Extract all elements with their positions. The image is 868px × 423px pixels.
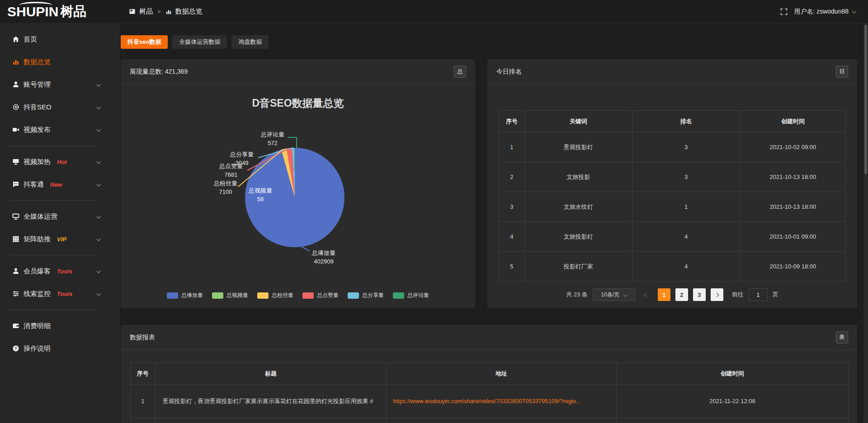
tab-inquiry-data[interactable]: 询盘数据	[231, 35, 269, 49]
sidebar-divider	[8, 255, 99, 255]
legend-item-fans[interactable]: 总粉丝量	[257, 291, 293, 299]
app-logo[interactable]: SHUPIN 树品	[0, 0, 120, 24]
chevron-down-icon	[852, 9, 856, 14]
chevron-down-icon	[96, 82, 101, 86]
sidebar-item-member-baoke[interactable]: 会员爆客 Tools	[0, 260, 120, 282]
chevron-down-icon	[96, 127, 101, 132]
new-badge: New	[50, 181, 62, 188]
page-button-1[interactable]: 1	[658, 288, 670, 301]
fullscreen-icon[interactable]	[780, 8, 788, 15]
sidebar-item-matrix-boost[interactable]: 矩阵助推 VIP	[0, 228, 120, 250]
legend-item-likes[interactable]: 总点赞量	[302, 291, 339, 299]
sidebar-divider	[8, 146, 99, 146]
cell-time: 2021-10-13 18:00	[740, 162, 845, 192]
chevron-down-icon	[96, 268, 101, 273]
scrollbar-thumb[interactable]	[864, 25, 867, 174]
tools-badge: Tools	[57, 268, 72, 275]
legend-swatch	[212, 292, 223, 299]
sidebar-item-label: 线索监控	[24, 290, 51, 298]
page-button-2[interactable]: 2	[675, 288, 688, 301]
top-bar: SHUPIN 树品 树品 > 数据总览 用户名: zswodun88	[0, 0, 868, 24]
chevron-down-icon	[96, 104, 101, 109]
pie-label-likes: 总点赞量7681	[215, 162, 247, 179]
page-button-3[interactable]: 3	[693, 288, 706, 301]
report-panel-header: 数据报表 表	[121, 325, 857, 350]
prev-page-button[interactable]	[640, 288, 653, 301]
svg-text:?: ?	[14, 346, 17, 351]
total-count: 共 23 条	[566, 291, 588, 299]
cell-keyword: 文旅投影灯	[524, 222, 632, 252]
sidebar-item-data-overview[interactable]: 数据总览	[0, 51, 120, 73]
page-scrollbar[interactable]	[863, 24, 868, 423]
sidebar: 首页 数据总览 账号管理 抖音SEO 视频发布 视频加热 Hot 抖客通 New…	[0, 24, 120, 423]
ranking-table: 序号 关键词 排名 创建时间 1 景观投影灯 3 2021-10-02 09:0…	[499, 110, 846, 282]
day-mode-button[interactable]: 日	[836, 66, 848, 78]
tab-douyin-seo-data[interactable]: 抖音seo数据	[121, 35, 168, 49]
sidebar-item-omnimedia[interactable]: 全媒体运营	[0, 205, 120, 228]
question-icon: ?	[12, 345, 19, 352]
logo-text-cn: 树品	[60, 3, 86, 21]
cell-rank: 1	[632, 192, 740, 222]
chevron-down-icon	[96, 182, 101, 186]
video-url-link[interactable]: https://www.iesdouyin.com/share/video/70…	[393, 398, 581, 404]
breadcrumb-root[interactable]: 树品	[139, 7, 153, 16]
chevron-down-icon	[96, 236, 101, 241]
page-unit-label: 页	[773, 291, 778, 299]
pie-label-fans: 总粉丝量7100	[209, 179, 242, 197]
breadcrumb-current[interactable]: 数据总览	[175, 7, 203, 16]
username-label: 用户名: zswodun88	[794, 8, 849, 16]
tools-badge: Tools	[57, 291, 72, 297]
chevron-right-icon	[715, 292, 719, 297]
chart-title: D音SEO数据量总览	[121, 96, 475, 110]
cell-keyword: 投影灯厂家	[524, 252, 632, 282]
sidebar-item-douketong[interactable]: 抖客通 New	[0, 173, 120, 196]
chevron-down-icon	[96, 159, 101, 164]
screen-icon	[12, 158, 19, 165]
sidebar-item-instructions[interactable]: ? 操作说明	[0, 337, 120, 360]
bar-chart-icon	[12, 58, 19, 66]
sidebar-item-douyin-seo[interactable]: 抖音SEO	[0, 96, 120, 118]
sidebar-item-video-heat[interactable]: 视频加热 Hot	[0, 150, 120, 173]
grid-icon	[12, 235, 19, 243]
sidebar-item-label: 抖音SEO	[24, 103, 52, 112]
sidebar-item-video-publish[interactable]: 视频发布	[0, 118, 120, 141]
legend-item-shares[interactable]: 总分享量	[348, 291, 384, 299]
chevron-left-icon	[644, 292, 649, 297]
page-size-select[interactable]: 10条/页	[593, 288, 635, 301]
legend-swatch	[393, 292, 404, 299]
table-mode-button[interactable]: 表	[836, 331, 848, 343]
impressions-total: 展现量总数: 421,369	[130, 68, 188, 76]
cell-keyword: 文旅投影	[524, 162, 632, 192]
legend-item-plays[interactable]: 总播放量	[167, 291, 203, 299]
tab-omnimedia-data[interactable]: 全媒体运营数据	[172, 35, 227, 49]
username-dropdown[interactable]: 用户名: zswodun88	[794, 8, 855, 16]
cell-time: 2021-10-09 18:00	[740, 252, 845, 282]
breadcrumb: 树品 > 数据总览	[129, 7, 203, 16]
total-mode-button[interactable]: 总	[454, 66, 466, 78]
sidebar-item-label: 视频发布	[24, 126, 51, 134]
legend-item-videos[interactable]: 总视频量	[212, 291, 248, 299]
sidebar-item-label: 数据总览	[24, 58, 51, 66]
breadcrumb-separator: >	[157, 8, 161, 15]
cell-keyword: 文旅水纹灯	[524, 192, 632, 222]
sidebar-item-lead-monitor[interactable]: 线索监控 Tools	[0, 282, 120, 305]
sidebar-item-label: 消费明细	[24, 322, 51, 330]
sidebar-item-account[interactable]: 账号管理	[0, 73, 120, 96]
next-page-button[interactable]	[711, 288, 723, 301]
pie-label-comments: 总评论量572	[256, 131, 289, 148]
sidebar-item-home[interactable]: 首页	[0, 28, 120, 51]
today-ranking-panel: 今日排名 日 序号 关键词 排名 创建时间 1 景观投影灯 3 2021-10-…	[487, 59, 857, 308]
pagination: 共 23 条 10条/页 1 2 3 前往 页	[499, 288, 846, 301]
chevron-down-icon	[96, 214, 101, 218]
sidebar-item-label: 账号管理	[24, 80, 51, 89]
sidebar-item-expense-detail[interactable]: 消费明细	[0, 315, 120, 337]
goto-page-input[interactable]	[749, 288, 768, 301]
leader-line	[296, 137, 297, 148]
data-tabs: 抖音seo数据 全媒体运营数据 询盘数据	[121, 35, 868, 49]
legend-swatch	[348, 292, 359, 299]
sidebar-item-label: 视频加热	[24, 158, 51, 166]
legend-item-comments[interactable]: 总评论量	[393, 291, 429, 299]
chart-legend: 总播放量 总视频量 总粉丝量 总点赞量 总分享量	[121, 291, 475, 299]
cell-time: 2021-10-01 09:00	[740, 222, 845, 252]
sidebar-divider	[8, 200, 99, 201]
